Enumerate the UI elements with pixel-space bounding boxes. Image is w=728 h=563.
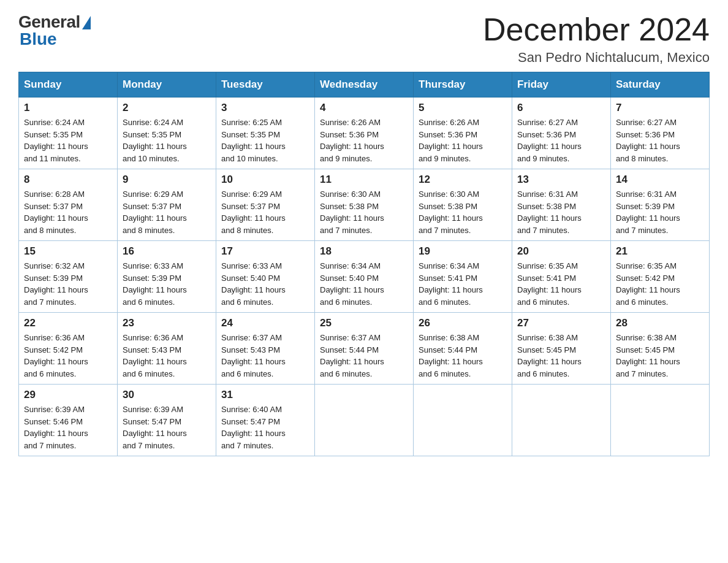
calendar-cell: 13Sunrise: 6:31 AM Sunset: 5:38 PM Dayli… [512,169,611,241]
calendar-cell: 19Sunrise: 6:34 AM Sunset: 5:41 PM Dayli… [414,241,512,313]
day-info: Sunrise: 6:35 AM Sunset: 5:41 PM Dayligh… [517,260,605,308]
calendar-cell [512,385,611,456]
day-info: Sunrise: 6:38 AM Sunset: 5:45 PM Dayligh… [517,332,605,380]
day-info: Sunrise: 6:35 AM Sunset: 5:42 PM Dayligh… [616,260,704,308]
day-info: Sunrise: 6:27 AM Sunset: 5:36 PM Dayligh… [616,117,704,164]
calendar-cell: 21Sunrise: 6:35 AM Sunset: 5:42 PM Dayli… [611,241,710,313]
calendar-cell: 8Sunrise: 6:28 AM Sunset: 5:37 PM Daylig… [19,169,118,241]
calendar-cell: 31Sunrise: 6:40 AM Sunset: 5:47 PM Dayli… [216,385,315,456]
day-number: 24 [221,317,309,329]
calendar-cell [315,385,414,456]
day-info: Sunrise: 6:29 AM Sunset: 5:37 PM Dayligh… [123,188,211,236]
calendar-week-row: 29Sunrise: 6:39 AM Sunset: 5:46 PM Dayli… [19,385,710,456]
day-number: 9 [123,174,211,186]
day-info: Sunrise: 6:32 AM Sunset: 5:39 PM Dayligh… [24,260,112,308]
day-info: Sunrise: 6:29 AM Sunset: 5:37 PM Dayligh… [221,188,309,236]
calendar-table: SundayMondayTuesdayWednesdayThursdayFrid… [18,72,710,456]
day-number: 6 [517,102,605,114]
day-number: 31 [221,389,309,401]
calendar-cell: 3Sunrise: 6:25 AM Sunset: 5:35 PM Daylig… [216,98,315,169]
day-info: Sunrise: 6:34 AM Sunset: 5:41 PM Dayligh… [419,260,507,308]
calendar-header-sunday: Sunday [19,72,118,98]
calendar-header-tuesday: Tuesday [216,72,315,98]
day-number: 19 [419,245,507,258]
calendar-cell: 2Sunrise: 6:24 AM Sunset: 5:35 PM Daylig… [118,98,216,169]
logo-triangle-icon [82,16,91,29]
day-number: 15 [24,245,112,258]
day-number: 21 [616,245,704,258]
day-info: Sunrise: 6:24 AM Sunset: 5:35 PM Dayligh… [24,117,112,164]
logo-blue-text: Blue [20,29,57,49]
day-number: 20 [517,245,605,258]
calendar-title: December 2024 [483,12,710,47]
calendar-cell: 9Sunrise: 6:29 AM Sunset: 5:37 PM Daylig… [118,169,216,241]
calendar-cell: 29Sunrise: 6:39 AM Sunset: 5:46 PM Dayli… [19,385,118,456]
day-number: 14 [616,174,704,186]
day-number: 13 [517,174,605,186]
day-number: 5 [419,102,507,114]
day-info: Sunrise: 6:36 AM Sunset: 5:43 PM Dayligh… [123,332,211,380]
day-number: 17 [221,245,309,258]
title-section: December 2024 San Pedro Nichtalucum, Mex… [483,12,710,66]
calendar-cell: 11Sunrise: 6:30 AM Sunset: 5:38 PM Dayli… [315,169,414,241]
day-info: Sunrise: 6:25 AM Sunset: 5:35 PM Dayligh… [221,117,309,164]
day-info: Sunrise: 6:38 AM Sunset: 5:44 PM Dayligh… [419,332,507,380]
day-number: 25 [320,317,408,329]
day-info: Sunrise: 6:30 AM Sunset: 5:38 PM Dayligh… [320,188,408,236]
day-number: 16 [123,245,211,258]
calendar-week-row: 15Sunrise: 6:32 AM Sunset: 5:39 PM Dayli… [19,241,710,313]
day-number: 27 [517,317,605,329]
day-number: 7 [616,102,704,114]
calendar-header-saturday: Saturday [611,72,710,98]
calendar-cell: 4Sunrise: 6:26 AM Sunset: 5:36 PM Daylig… [315,98,414,169]
day-info: Sunrise: 6:24 AM Sunset: 5:35 PM Dayligh… [123,117,211,164]
day-number: 8 [24,174,112,186]
calendar-cell: 16Sunrise: 6:33 AM Sunset: 5:39 PM Dayli… [118,241,216,313]
calendar-week-row: 1Sunrise: 6:24 AM Sunset: 5:35 PM Daylig… [19,98,710,169]
day-number: 22 [24,317,112,329]
day-info: Sunrise: 6:36 AM Sunset: 5:42 PM Dayligh… [24,332,112,380]
day-info: Sunrise: 6:40 AM Sunset: 5:47 PM Dayligh… [221,404,309,451]
calendar-cell [414,385,512,456]
day-number: 2 [123,102,211,114]
day-info: Sunrise: 6:31 AM Sunset: 5:38 PM Dayligh… [517,188,605,236]
day-info: Sunrise: 6:37 AM Sunset: 5:44 PM Dayligh… [320,332,408,380]
day-info: Sunrise: 6:39 AM Sunset: 5:47 PM Dayligh… [123,404,211,451]
logo: General Blue [18,12,91,49]
calendar-cell: 5Sunrise: 6:26 AM Sunset: 5:36 PM Daylig… [414,98,512,169]
calendar-cell: 22Sunrise: 6:36 AM Sunset: 5:42 PM Dayli… [19,313,118,385]
day-number: 1 [24,102,112,114]
day-info: Sunrise: 6:38 AM Sunset: 5:45 PM Dayligh… [616,332,704,380]
calendar-cell: 27Sunrise: 6:38 AM Sunset: 5:45 PM Dayli… [512,313,611,385]
calendar-cell: 26Sunrise: 6:38 AM Sunset: 5:44 PM Dayli… [414,313,512,385]
calendar-cell: 12Sunrise: 6:30 AM Sunset: 5:38 PM Dayli… [414,169,512,241]
day-info: Sunrise: 6:33 AM Sunset: 5:39 PM Dayligh… [123,260,211,308]
page-header: General Blue December 2024 San Pedro Nic… [18,12,710,66]
calendar-header-friday: Friday [512,72,611,98]
calendar-cell: 20Sunrise: 6:35 AM Sunset: 5:41 PM Dayli… [512,241,611,313]
day-info: Sunrise: 6:30 AM Sunset: 5:38 PM Dayligh… [419,188,507,236]
calendar-week-row: 22Sunrise: 6:36 AM Sunset: 5:42 PM Dayli… [19,313,710,385]
calendar-cell: 10Sunrise: 6:29 AM Sunset: 5:37 PM Dayli… [216,169,315,241]
calendar-subtitle: San Pedro Nichtalucum, Mexico [483,50,710,66]
day-info: Sunrise: 6:27 AM Sunset: 5:36 PM Dayligh… [517,117,605,164]
calendar-cell [611,385,710,456]
day-info: Sunrise: 6:26 AM Sunset: 5:36 PM Dayligh… [320,117,408,164]
day-number: 4 [320,102,408,114]
day-number: 3 [221,102,309,114]
calendar-cell: 14Sunrise: 6:31 AM Sunset: 5:39 PM Dayli… [611,169,710,241]
calendar-cell: 28Sunrise: 6:38 AM Sunset: 5:45 PM Dayli… [611,313,710,385]
calendar-week-row: 8Sunrise: 6:28 AM Sunset: 5:37 PM Daylig… [19,169,710,241]
calendar-cell: 15Sunrise: 6:32 AM Sunset: 5:39 PM Dayli… [19,241,118,313]
day-number: 26 [419,317,507,329]
calendar-cell: 24Sunrise: 6:37 AM Sunset: 5:43 PM Dayli… [216,313,315,385]
day-number: 12 [419,174,507,186]
calendar-cell: 23Sunrise: 6:36 AM Sunset: 5:43 PM Dayli… [118,313,216,385]
calendar-header-row: SundayMondayTuesdayWednesdayThursdayFrid… [19,72,710,98]
day-number: 30 [123,389,211,401]
day-number: 18 [320,245,408,258]
calendar-cell: 7Sunrise: 6:27 AM Sunset: 5:36 PM Daylig… [611,98,710,169]
calendar-cell: 17Sunrise: 6:33 AM Sunset: 5:40 PM Dayli… [216,241,315,313]
calendar-cell: 18Sunrise: 6:34 AM Sunset: 5:40 PM Dayli… [315,241,414,313]
day-number: 23 [123,317,211,329]
